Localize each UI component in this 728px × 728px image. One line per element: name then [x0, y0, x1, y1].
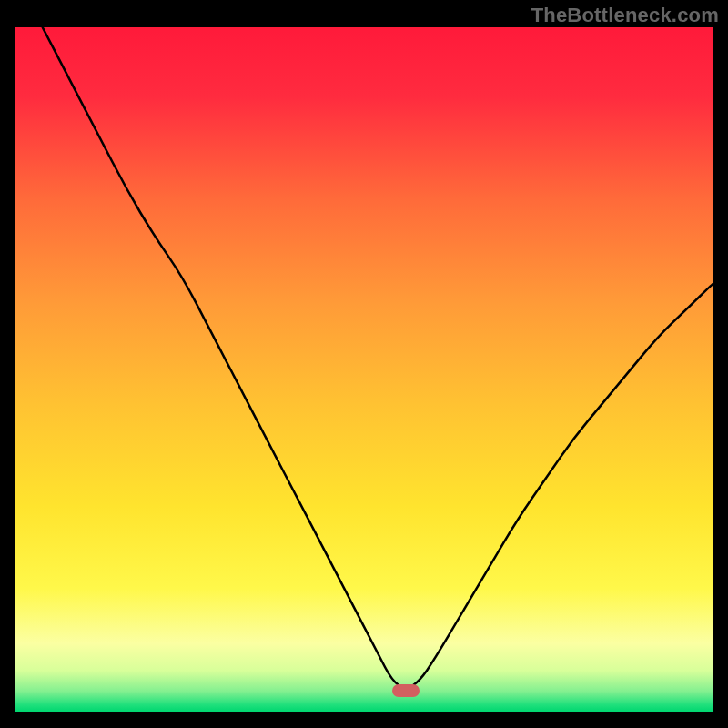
gradient-background: [15, 27, 713, 712]
chart-container: TheBottleneck.com: [0, 0, 728, 728]
optimum-marker: [392, 684, 420, 697]
attribution-label: TheBottleneck.com: [531, 4, 719, 27]
plot-area: [15, 27, 713, 712]
plot-svg: [15, 27, 713, 712]
